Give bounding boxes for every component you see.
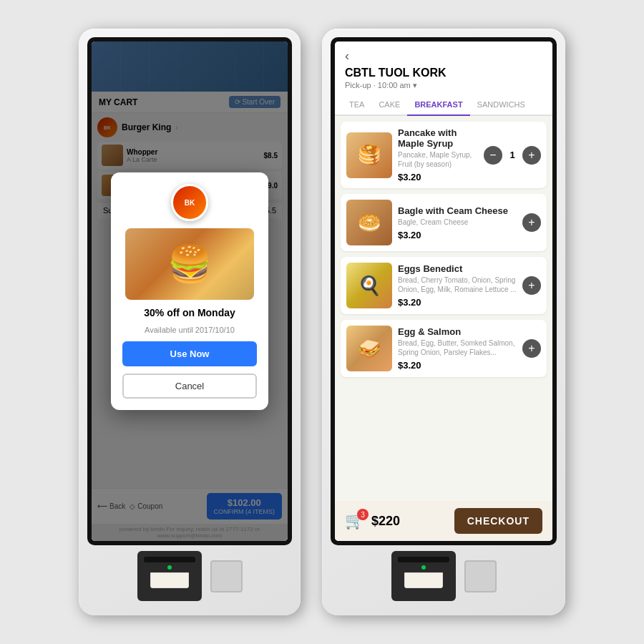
cart-total: $220 xyxy=(371,514,447,529)
printer-slot xyxy=(137,551,202,601)
printer-paper xyxy=(150,572,189,588)
eggs-qty-controls: + xyxy=(522,276,541,295)
tab-sandwichs[interactable]: SANDWICHS xyxy=(470,94,532,114)
menu-list: 🥞 Pancake with Maple Syrup Pancake, Mapl… xyxy=(335,116,552,501)
back-button[interactable]: ‹ xyxy=(345,49,542,64)
pancake-name: Pancake with Maple Syrup xyxy=(398,127,478,149)
menu-item-bagel: 🥯 Bagle with Ceam Cheese Bagle, Cream Ch… xyxy=(341,194,547,251)
increase-qty-button[interactable]: + xyxy=(522,146,541,165)
add-bagel-button[interactable]: + xyxy=(522,213,541,232)
kiosk-hardware-bottom-right xyxy=(331,551,557,601)
pancake-qty-controls: − 1 + xyxy=(484,146,541,165)
right-kiosk: ‹ CBTL TUOL KORK Pick-up · 10:00 am ▾ TE… xyxy=(322,29,565,615)
bagel-price: $3.20 xyxy=(398,230,517,240)
pancake-price: $3.20 xyxy=(398,172,478,182)
bagel-info: Bagle with Ceam Cheese Bagle, Cream Chee… xyxy=(398,205,517,240)
dialog-food-image xyxy=(125,228,254,300)
store-sub: Pick-up · 10:00 am ▾ xyxy=(345,81,542,90)
dialog-logo-text: BK xyxy=(185,199,195,207)
store-name: CBTL TUOL KORK xyxy=(345,67,542,79)
salmon-info: Egg & Salmon Bread, Egg, Butter, Somked … xyxy=(398,326,517,371)
left-screen-bezel: MY CART ⟳ Start Over BK Burger King › Wh… xyxy=(87,37,292,545)
promo-overlay: BK 30% off on Monday Available until 201… xyxy=(92,42,288,541)
checkout-button[interactable]: CHECKOUT xyxy=(454,508,542,534)
pancake-image: 🥞 xyxy=(346,132,392,178)
quantity-display: 1 xyxy=(507,150,518,160)
left-screen: MY CART ⟳ Start Over BK Burger King › Wh… xyxy=(92,42,288,541)
menu-item-eggs: 🍳 Eggs Benedict Bread, Cherry Tomato, On… xyxy=(341,257,547,314)
printer-slot-right xyxy=(391,551,456,601)
cart-badge: 3 xyxy=(357,509,369,520)
menu-tabs: TEA CAKE BREAKFAST SANDWICHS xyxy=(335,94,552,116)
eggs-image: 🍳 xyxy=(346,263,392,308)
card-slot xyxy=(210,560,243,592)
printer-led xyxy=(167,565,172,570)
promo-dialog: BK 30% off on Monday Available until 201… xyxy=(111,172,268,410)
cancel-button[interactable]: Cancel xyxy=(122,374,257,399)
eggs-desc: Bread, Cherry Tomato, Onion, Spring Onio… xyxy=(398,275,517,294)
right-screen-content: ‹ CBTL TUOL KORK Pick-up · 10:00 am ▾ TE… xyxy=(335,42,552,541)
add-eggs-button[interactable]: + xyxy=(522,276,541,295)
salmon-image: 🥪 xyxy=(346,326,392,371)
eggs-price: $3.20 xyxy=(398,297,517,308)
printer-led-right xyxy=(421,565,426,570)
menu-item-salmon: 🥪 Egg & Salmon Bread, Egg, Butter, Somke… xyxy=(341,320,547,377)
tab-breakfast[interactable]: BREAKFAST xyxy=(407,94,469,114)
decrease-qty-button[interactable]: − xyxy=(484,146,502,165)
kiosk-hardware-bottom xyxy=(87,551,292,601)
salmon-price: $3.20 xyxy=(398,360,517,371)
pancake-info: Pancake with Maple Syrup Pancake, Maple … xyxy=(398,127,478,182)
right-screen: ‹ CBTL TUOL KORK Pick-up · 10:00 am ▾ TE… xyxy=(335,42,552,541)
checkout-bar: 🛒 3 $220 CHECKOUT xyxy=(335,501,552,541)
add-salmon-button[interactable]: + xyxy=(522,339,541,358)
salmon-desc: Bread, Egg, Butter, Somked Salmon, Sprin… xyxy=(398,338,517,357)
tab-tea[interactable]: TEA xyxy=(342,94,371,114)
right-header: ‹ CBTL TUOL KORK Pick-up · 10:00 am ▾ xyxy=(335,42,552,94)
dialog-bk-logo: BK xyxy=(171,184,208,221)
pancake-desc: Pancake, Maple Syrup, Fruit (by season) xyxy=(398,150,478,169)
use-now-button[interactable]: Use Now xyxy=(122,341,257,366)
left-kiosk: MY CART ⟳ Start Over BK Burger King › Wh… xyxy=(79,29,301,615)
eggs-info: Eggs Benedict Bread, Cherry Tomato, Onio… xyxy=(398,263,517,308)
card-slot-right xyxy=(464,560,497,592)
menu-item-pancake: 🥞 Pancake with Maple Syrup Pancake, Mapl… xyxy=(341,122,547,188)
promo-title: 30% off on Monday xyxy=(144,307,235,318)
salmon-qty-controls: + xyxy=(522,339,541,358)
right-screen-bezel: ‹ CBTL TUOL KORK Pick-up · 10:00 am ▾ TE… xyxy=(331,37,557,545)
bagel-desc: Bagle, Cream Cheese xyxy=(398,218,517,227)
tab-cake[interactable]: CAKE xyxy=(371,94,407,114)
salmon-name: Egg & Salmon xyxy=(398,326,517,337)
eggs-name: Eggs Benedict xyxy=(398,263,517,274)
printer-paper-right xyxy=(404,572,443,588)
bagel-name: Bagle with Ceam Cheese xyxy=(398,205,517,216)
bagel-image: 🥯 xyxy=(346,200,392,245)
promo-subtitle: Available until 2017/10/10 xyxy=(145,326,235,334)
cart-icon-wrapper: 🛒 3 xyxy=(345,512,364,530)
bagel-qty-controls: + xyxy=(522,213,541,232)
